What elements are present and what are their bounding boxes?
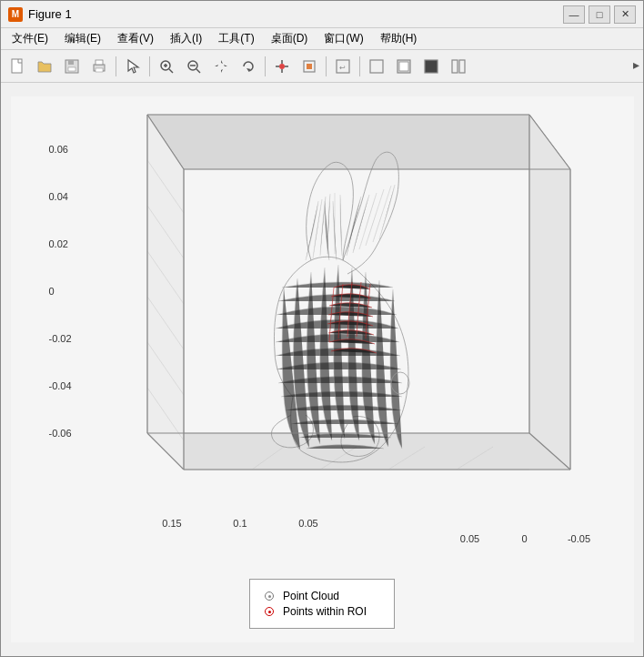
- main-content: 0.06 0.04 0.02 0 -0.02 -0.04 -0.06 0.15 …: [1, 83, 643, 656]
- data-cursor-button[interactable]: [269, 54, 295, 79]
- toolbar-separator-3: [265, 56, 266, 76]
- legend-dot-cloud: [265, 591, 274, 601]
- svg-rect-2: [68, 60, 74, 65]
- svg-text:↩: ↩: [339, 64, 346, 72]
- zoom-out-button[interactable]: [181, 54, 206, 79]
- legend: Point Cloud Points within ROI: [249, 579, 395, 629]
- print-button[interactable]: [86, 54, 112, 79]
- svg-rect-31: [399, 62, 408, 71]
- menu-edit[interactable]: 编辑(E): [57, 29, 108, 48]
- open-button[interactable]: [32, 54, 57, 79]
- svg-rect-34: [459, 60, 465, 73]
- menu-tools[interactable]: 工具(T): [211, 29, 261, 48]
- menu-desktop[interactable]: 桌面(D): [264, 29, 316, 48]
- axes-panel-button[interactable]: [391, 54, 417, 79]
- 3d-plot-svg: [65, 106, 602, 570]
- menu-help[interactable]: 帮助(H): [373, 29, 425, 48]
- svg-marker-15: [221, 60, 223, 66]
- svg-rect-29: [370, 60, 383, 73]
- svg-line-13: [196, 69, 200, 73]
- svg-rect-6: [96, 68, 103, 72]
- menu-view[interactable]: 查看(V): [110, 29, 161, 48]
- menu-insert[interactable]: 插入(I): [163, 29, 209, 48]
- svg-marker-35: [147, 115, 570, 169]
- toolbar-separator-2: [149, 56, 150, 76]
- svg-line-9: [169, 69, 173, 73]
- app-icon: M: [8, 7, 23, 22]
- svg-rect-33: [452, 60, 458, 73]
- toolbar-expand-arrow[interactable]: ▸: [633, 57, 639, 72]
- legend-item-roi: Points within ROI: [265, 605, 379, 618]
- window-title: Figure 1: [28, 7, 563, 21]
- title-bar: M Figure 1 — □ ✕: [1, 1, 643, 28]
- matlab-figure-window: M Figure 1 — □ ✕ 文件(E) 编辑(E) 查看(V) 插入(I)…: [0, 0, 644, 657]
- svg-rect-0: [12, 59, 22, 73]
- figure-panel-button[interactable]: [364, 54, 389, 79]
- new-button[interactable]: [5, 54, 30, 79]
- minimize-button[interactable]: —: [563, 5, 585, 24]
- svg-marker-7: [128, 60, 138, 73]
- toolbar-separator-4: [326, 56, 327, 76]
- close-button[interactable]: ✕: [614, 5, 636, 24]
- plot-area: 0.06 0.04 0.02 0 -0.02 -0.04 -0.06 0.15 …: [11, 96, 634, 642]
- svg-rect-32: [425, 60, 438, 73]
- pan-button[interactable]: [208, 54, 234, 79]
- legend-label-roi: Points within ROI: [283, 605, 367, 618]
- brush-button[interactable]: [297, 54, 322, 79]
- maximize-button[interactable]: □: [589, 5, 610, 24]
- toolbar-separator-1: [116, 56, 116, 76]
- save-button[interactable]: [59, 54, 85, 79]
- rotate-button[interactable]: [236, 54, 261, 79]
- colorbar-button[interactable]: [418, 54, 444, 79]
- svg-rect-26: [307, 64, 312, 69]
- svg-rect-5: [96, 60, 103, 65]
- svg-marker-17: [215, 65, 220, 66]
- menu-bar: 文件(E) 编辑(E) 查看(V) 插入(I) 工具(T) 桌面(D) 窗口(W…: [1, 28, 643, 50]
- svg-marker-16: [221, 67, 223, 73]
- subplot-button[interactable]: [446, 54, 471, 79]
- legend-label-cloud: Point Cloud: [283, 590, 339, 602]
- window-controls: — □ ✕: [563, 5, 636, 24]
- legend-dot-roi: [265, 607, 274, 616]
- svg-point-20: [279, 64, 285, 69]
- figure-insert-button[interactable]: ↩: [330, 54, 356, 79]
- svg-marker-18: [222, 65, 227, 66]
- toolbar-separator-5: [359, 56, 360, 76]
- menu-file[interactable]: 文件(E): [5, 29, 55, 48]
- svg-marker-40: [529, 115, 570, 470]
- zoom-in-button[interactable]: [154, 54, 179, 79]
- svg-rect-3: [68, 67, 75, 71]
- legend-item-point-cloud: Point Cloud: [265, 590, 379, 602]
- menu-window[interactable]: 窗口(W): [317, 29, 370, 48]
- select-button[interactable]: [120, 54, 146, 79]
- toolbar: ↩ ▸: [1, 50, 643, 83]
